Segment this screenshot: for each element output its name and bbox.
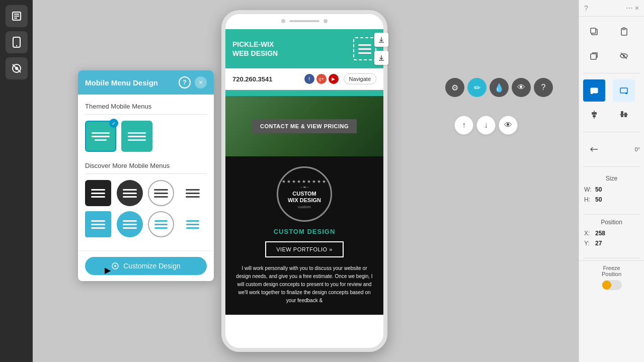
eye-button[interactable]: 👁 xyxy=(512,78,531,97)
svg-rect-26 xyxy=(624,113,627,117)
align-center-icon[interactable] xyxy=(583,104,605,126)
pages-icon[interactable] xyxy=(6,5,28,27)
toggle-thumb xyxy=(602,281,611,290)
download-icon-1[interactable] xyxy=(374,33,388,47)
phone-speaker-bar xyxy=(289,20,319,22)
menu-opt-lines-only-blue[interactable] xyxy=(180,211,206,237)
visibility-icon[interactable] xyxy=(613,45,635,67)
svg-rect-3 xyxy=(14,18,17,19)
help-icon[interactable]: ? xyxy=(584,4,588,12)
menu-options-row1 xyxy=(85,180,207,206)
opt-line xyxy=(186,193,200,194)
hide-icon[interactable] xyxy=(6,57,28,79)
canvas-toolbar: ⚙ ✏ 💧 👁 ? xyxy=(445,78,553,97)
custom-design-title: CUSTOM DESIGN xyxy=(274,228,336,235)
customize-icon xyxy=(111,262,119,270)
opt-line xyxy=(123,224,137,225)
menu-opt-blue-filled[interactable] xyxy=(85,211,111,237)
contact-button[interactable]: CONTACT ME & VIEW PRICING xyxy=(252,119,357,133)
menu-opt-blue-circle[interactable] xyxy=(117,211,143,237)
right-panel-icons-2 xyxy=(579,75,644,130)
flip-icon[interactable] xyxy=(583,138,605,160)
themed-section-title: Themed Mobile Menus xyxy=(85,103,207,115)
visibility-toggle-button[interactable]: 👁 xyxy=(499,116,518,135)
hamburger-line-1 xyxy=(358,44,371,46)
opt-line xyxy=(186,220,199,222)
left-toolbar xyxy=(0,0,33,362)
site-badge-area: ★★★★★★★★★ ~❧~ CUSTOM WIX DESIGN custom C… xyxy=(225,156,383,315)
menu-opt-lines-only[interactable] xyxy=(180,180,206,206)
gear-button[interactable]: ⚙ xyxy=(445,78,464,97)
themed-menus-grid: ✓ xyxy=(85,121,207,152)
align-bottom-icon[interactable] xyxy=(613,104,635,126)
download-icon-2[interactable] xyxy=(374,51,388,65)
opt-line xyxy=(186,196,200,198)
opt-line xyxy=(123,189,137,191)
youtube-icon[interactable]: ▶ xyxy=(329,74,339,84)
menu-opt-outline-circle[interactable] xyxy=(148,180,174,206)
menu-opt-dark-circle[interactable] xyxy=(117,180,143,206)
paste-icon[interactable] xyxy=(613,21,635,43)
rotation-value: 0° xyxy=(634,146,640,152)
freeze-section: Freeze Position xyxy=(579,260,644,294)
menu-line xyxy=(92,132,110,134)
copy-icon[interactable] xyxy=(583,21,605,43)
arrow-down-button[interactable]: ↓ xyxy=(476,116,496,135)
hamburger-menu[interactable] xyxy=(353,37,376,60)
phone-mockup: PICKLE-WIX WEB DESIGN 720.260.3541 f g+ … xyxy=(221,10,387,352)
opt-line xyxy=(91,224,105,225)
grid-icon[interactable]: ⋯ xyxy=(626,4,633,12)
themed-menu-option-2[interactable] xyxy=(121,121,152,152)
customize-btn-label: Customize Design xyxy=(123,262,181,270)
panel-body: Themed Mobile Menus ✓ Discover More Mobi… xyxy=(78,95,214,250)
canvas-area: Mobile Menu Design ? × Themed Mobile Men… xyxy=(33,0,579,362)
panel-header: Mobile Menu Design ? × xyxy=(78,70,214,95)
opt-line xyxy=(154,196,168,198)
site-banner xyxy=(225,90,383,96)
view-portfolio-button[interactable]: VIEW PORTFOLIO » xyxy=(265,241,344,257)
help-button[interactable]: ? xyxy=(534,78,553,97)
arrow-toolbar: ↑ ↓ 👁 xyxy=(454,116,518,135)
site-header: PICKLE-WIX WEB DESIGN xyxy=(225,29,383,68)
svg-rect-13 xyxy=(591,54,596,59)
svg-point-28 xyxy=(114,265,116,267)
opt-line xyxy=(154,189,168,191)
right-panel-icons xyxy=(579,17,644,71)
panel-close-button[interactable]: × xyxy=(195,76,207,88)
panel-help-button[interactable]: ? xyxy=(179,76,191,88)
arrow-up-button[interactable]: ↑ xyxy=(454,116,473,135)
discover-section-title: Discover More Mobile Menus xyxy=(85,162,207,174)
mobile-icon[interactable] xyxy=(6,31,28,53)
align-left-icon[interactable] xyxy=(583,79,605,102)
site-hero-image: CONTACT ME & VIEW PRICING xyxy=(225,96,383,156)
googleplus-icon[interactable]: g+ xyxy=(316,74,327,84)
y-value: 27 xyxy=(595,240,602,247)
menu-options-row2 xyxy=(85,211,207,237)
opt-line xyxy=(154,224,168,225)
pen-button[interactable]: ✏ xyxy=(467,78,487,97)
menu-line-short xyxy=(95,139,107,141)
freeze-toggle[interactable] xyxy=(602,280,622,290)
customize-design-button[interactable]: Customize Design xyxy=(85,257,207,275)
panel-footer: Customize Design xyxy=(78,250,214,281)
duplicate-icon[interactable] xyxy=(583,45,605,67)
facebook-icon[interactable]: f xyxy=(304,74,314,84)
close-icon[interactable]: × xyxy=(635,4,639,12)
menu-opt-black-filled[interactable] xyxy=(85,180,111,206)
opt-line xyxy=(91,193,105,194)
svg-rect-25 xyxy=(621,111,623,117)
svg-rect-22 xyxy=(592,112,597,115)
site-logo: PICKLE-WIX WEB DESIGN xyxy=(232,40,278,58)
align-right-icon[interactable] xyxy=(613,79,635,102)
badge-text-sub: custom xyxy=(298,205,311,209)
drop-button[interactable]: 💧 xyxy=(490,78,509,97)
menu-line xyxy=(128,132,146,134)
opt-line xyxy=(123,220,137,222)
badge-stars: ★★★★★★★★★ xyxy=(282,179,327,184)
svg-rect-18 xyxy=(591,93,593,94)
themed-menu-option-1[interactable]: ✓ xyxy=(85,121,116,152)
size-title: Size xyxy=(584,175,639,182)
navigate-button[interactable]: Navigate xyxy=(344,73,376,84)
menu-opt-outline-circle-blue[interactable] xyxy=(148,211,174,237)
badge-text-main: CUSTOM WIX DESIGN xyxy=(288,191,321,204)
